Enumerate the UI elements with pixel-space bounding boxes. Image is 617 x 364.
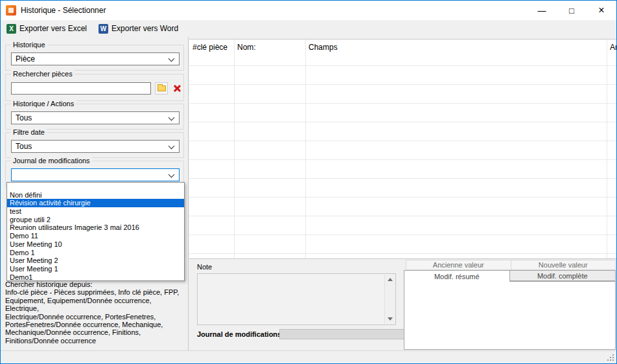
clear-search-button[interactable]	[170, 82, 183, 95]
chevron-down-icon	[169, 56, 175, 62]
date-filter-group: Filtre date Tous	[5, 132, 184, 158]
dropdown-item[interactable]: Demo 1	[7, 249, 184, 257]
modif-tab-content	[404, 281, 616, 350]
minimize-button[interactable]: —	[527, 1, 557, 20]
toolbar: X Exporter vers Excel W Exporter vers Wo…	[1, 20, 616, 37]
dropdown-item[interactable]: User Meeting 2	[7, 256, 184, 265]
journal-group-label: Journal de modifications	[11, 157, 92, 165]
export-word-label: Exporter vers Word	[111, 24, 178, 33]
note-label: Note	[197, 263, 212, 271]
journal-combobox[interactable]	[11, 168, 180, 181]
export-excel-button[interactable]: X Exporter vers Excel	[5, 23, 89, 35]
date-filter-combobox-value: Tous	[16, 142, 32, 151]
actions-group-label: Historique / Actions	[11, 100, 76, 108]
actions-combobox-value: Tous	[16, 113, 32, 122]
titlebar: Historique - Sélectionner — □ ×	[1, 1, 616, 20]
app-icon	[6, 5, 16, 16]
dropdown-item[interactable]: User Meeting 1	[7, 265, 184, 273]
results-panel: #clé pièceNom:ChampsAn Note Journal de m…	[189, 37, 616, 350]
chevron-down-icon	[169, 172, 175, 178]
red-x-icon	[173, 84, 181, 93]
date-filter-combobox[interactable]: Tous	[11, 140, 180, 153]
column-divider	[305, 40, 306, 258]
dropdown-item[interactable]: test	[7, 207, 184, 216]
historique-combobox[interactable]: Pièce	[11, 52, 180, 65]
actions-group: Historique / Actions Tous	[5, 104, 184, 130]
filter-panel: Historique Pièce Rechercher pièces Histo…	[1, 37, 189, 350]
tab-modif-complete[interactable]: Modif. complète	[510, 270, 616, 281]
window-controls: — □ ×	[527, 1, 616, 20]
old-value-header[interactable]: Ancienne valeur	[406, 260, 511, 270]
detail-area: Note Journal de modifications Ancienne v…	[189, 258, 616, 350]
dropdown-item[interactable]: Demo1	[7, 273, 184, 281]
dropdown-item[interactable]: Reunion utilisateurs Imagerie 3 mai 2016	[7, 223, 184, 232]
column-header[interactable]: #clé pièce	[189, 40, 234, 65]
journal-dropdown-list: Non définiRévision activité chirurgietes…	[6, 182, 185, 281]
scroll-down-icon[interactable]	[388, 317, 393, 321]
column-divider	[607, 40, 607, 258]
modif-tabs: Modif. résumé Modif. complète	[404, 270, 616, 281]
browse-button[interactable]	[155, 82, 168, 95]
dropdown-item[interactable]: Révision activité chirurgie	[7, 199, 184, 207]
search-scope-text: Chercher historique depuis: Info-clé piè…	[5, 280, 187, 345]
window: Historique - Sélectionner — □ × X Export…	[0, 0, 617, 364]
export-excel-label: Exporter vers Excel	[19, 24, 87, 33]
journal-field-label: Journal de modifications	[197, 330, 281, 338]
tab-modif-resume[interactable]: Modif. résumé	[404, 270, 510, 282]
historique-group: Historique Pièce	[5, 45, 184, 71]
dropdown-item[interactable]	[7, 183, 184, 191]
chevron-down-icon	[169, 115, 175, 121]
excel-icon: X	[6, 24, 16, 34]
historique-group-label: Historique	[11, 41, 47, 49]
new-value-header[interactable]: Nouvelle valeur	[511, 260, 616, 270]
chevron-down-icon	[169, 143, 175, 150]
main-area: Historique Pièce Rechercher pièces Histo…	[1, 37, 616, 350]
search-group-label: Rechercher pièces	[11, 70, 75, 78]
note-textarea[interactable]	[197, 273, 396, 325]
column-header[interactable]: Nom:	[234, 40, 305, 65]
column-divider	[234, 40, 235, 258]
search-group: Rechercher pièces	[5, 74, 184, 101]
actions-combobox[interactable]: Tous	[11, 111, 180, 124]
date-filter-group-label: Filtre date	[11, 128, 47, 137]
window-title: Historique - Sélectionner	[21, 6, 106, 15]
folder-icon	[157, 85, 166, 91]
dropdown-item[interactable]: User Meeting 10	[7, 240, 184, 249]
results-grid: #clé pièceNom:ChampsAn	[189, 39, 616, 258]
word-icon: W	[99, 24, 108, 34]
note-scrollbar[interactable]	[384, 275, 395, 324]
column-header[interactable]: Champs	[305, 40, 607, 65]
resize-grip[interactable]	[606, 353, 614, 361]
close-button[interactable]: ×	[587, 1, 616, 20]
value-column-headers: Ancienne valeur Nouvelle valeur	[406, 260, 616, 270]
dropdown-item[interactable]: Demo 11	[7, 232, 184, 240]
historique-combobox-value: Pièce	[16, 54, 35, 63]
status-strip	[1, 350, 616, 363]
search-input[interactable]	[11, 82, 151, 95]
dropdown-item[interactable]: Non défini	[7, 191, 184, 199]
modif-tabs-block: Ancienne valeur Nouvelle valeur Modif. r…	[404, 259, 616, 351]
column-header[interactable]: An	[607, 40, 616, 65]
grid-header: #clé pièceNom:ChampsAn	[189, 40, 616, 66]
grid-rows[interactable]	[189, 66, 616, 258]
dropdown-item[interactable]: groupe utili 2	[7, 216, 184, 224]
maximize-button[interactable]: □	[557, 1, 587, 20]
journal-field	[279, 329, 406, 339]
export-word-button[interactable]: W Exporter vers Word	[97, 23, 180, 35]
scroll-up-icon[interactable]	[388, 278, 393, 281]
